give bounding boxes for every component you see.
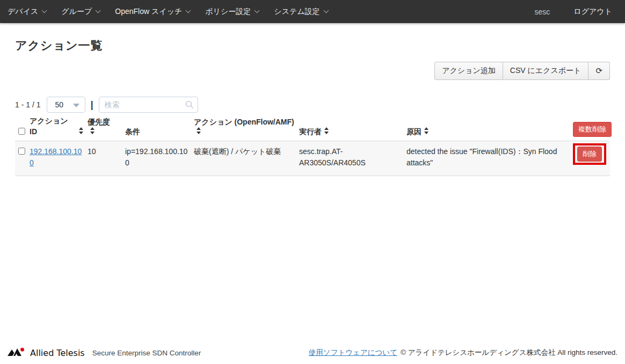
page-size-value: 50 (55, 100, 63, 109)
table-header-row: アクション ID 優先度 条件 アクション (OpenFlow/AMF) 実行者… (15, 115, 610, 141)
sort-icon[interactable] (324, 127, 329, 134)
column-header-reason[interactable]: 原因 (406, 126, 573, 137)
logout-button[interactable]: ログアウト (573, 7, 617, 17)
page-footer: Allied Telesis Secure Enterprise SDN Con… (0, 345, 625, 364)
action-id-link[interactable]: 192.168.100.100 (30, 147, 82, 167)
nav-item-label: OpenFlow スイッチ (115, 7, 182, 17)
pagination-range: 1 - 1 / 1 (15, 100, 40, 109)
nav-item-label: システム設定 (274, 7, 319, 17)
sort-icon[interactable] (79, 127, 83, 134)
add-action-button[interactable]: アクション追加 (434, 62, 503, 80)
annotation-highlight-box: 削除 (573, 143, 606, 165)
list-controls: 1 - 1 / 1 50 | (15, 97, 610, 113)
nav-item-groups[interactable]: グループ (54, 0, 107, 23)
main-content: アクション一覧 アクション追加 CSV にエクスポート ⟳ 1 - 1 / 1 … (0, 38, 625, 176)
sort-icon[interactable] (424, 127, 428, 134)
cell-priority: 10 (88, 146, 125, 157)
nav-item-label: デバイス (8, 7, 38, 17)
logged-in-username: sesc (535, 8, 550, 16)
column-header-action-id[interactable]: アクション ID (30, 115, 88, 137)
select-caret-icon (73, 104, 79, 107)
chevron-down-icon (323, 8, 329, 13)
select-all-checkbox[interactable] (18, 128, 25, 135)
column-header-priority[interactable]: 優先度 (88, 117, 125, 137)
cell-condition: ip=192.168.100.100 (125, 146, 194, 169)
export-csv-button[interactable]: CSV にエクスポート (503, 62, 589, 80)
top-navbar: デバイス グループ OpenFlow スイッチ ポリシー設定 システム設定 se… (0, 0, 625, 23)
refresh-icon: ⟳ (595, 67, 602, 75)
actions-table: アクション ID 優先度 条件 アクション (OpenFlow/AMF) 実行者… (15, 115, 610, 176)
table-row: 192.168.100.100 10 ip=192.168.100.100 破棄… (15, 141, 610, 176)
delete-button[interactable]: 削除 (577, 147, 602, 162)
page-title: アクション一覧 (15, 38, 610, 54)
column-header-condition: 条件 (125, 126, 194, 137)
nav-item-devices[interactable]: デバイス (8, 0, 54, 23)
search-input[interactable] (99, 97, 198, 113)
column-header-action[interactable]: アクション (OpenFlow/AMF) (194, 117, 299, 137)
cell-action: 破棄(遮断) / パケット破棄 (194, 146, 299, 157)
nav-item-label: グループ (61, 7, 92, 17)
refresh-button[interactable]: ⟳ (588, 62, 610, 80)
column-header-executor[interactable]: 実行者 (299, 126, 406, 137)
controls-divider: | (90, 99, 93, 111)
page-size-select[interactable]: 50 (47, 97, 85, 113)
chevron-down-icon (255, 8, 260, 13)
bulk-delete-button[interactable]: 複数削除 (573, 122, 612, 137)
chevron-down-icon (186, 8, 191, 13)
allied-telesis-logo-icon (8, 347, 27, 359)
row-checkbox[interactable] (18, 148, 25, 155)
sort-icon[interactable] (197, 127, 201, 134)
software-info-link[interactable]: 使用ソフトウェアについて (309, 348, 397, 358)
cell-action-id: 192.168.100.100 (30, 146, 88, 169)
cell-reason: detected the issue "Firewall(IDS)：Syn Fl… (406, 146, 573, 169)
nav-item-label: ポリシー設定 (205, 7, 251, 17)
sort-icon[interactable] (90, 127, 95, 134)
brand-name: Allied Telesis (30, 348, 85, 358)
nav-item-policy-settings[interactable]: ポリシー設定 (198, 0, 266, 23)
toolbar: アクション追加 CSV にエクスポート ⟳ (15, 62, 610, 80)
search-icon (185, 100, 194, 111)
copyright-text: © アライドテレシスホールディングス株式会社 All rights reserv… (401, 348, 617, 358)
product-name: Secure Enterprise SDN Controller (92, 349, 201, 357)
nav-item-openflow-switch[interactable]: OpenFlow スイッチ (107, 0, 198, 23)
chevron-down-icon (42, 8, 47, 13)
nav-item-system-settings[interactable]: システム設定 (266, 0, 335, 23)
chevron-down-icon (96, 8, 101, 13)
cell-executor: sesc.trap.AT-AR3050S/AR4050S (299, 146, 406, 169)
